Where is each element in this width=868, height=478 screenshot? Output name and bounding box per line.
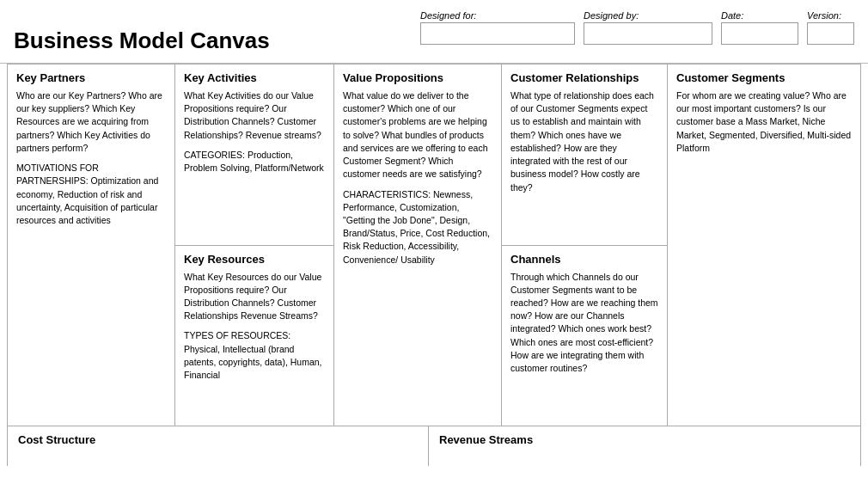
date-label: Date: [721, 10, 798, 21]
date-field: Date: [721, 10, 798, 45]
key-activities-section: Key Activities What Key Activities do ou… [175, 64, 333, 246]
key-activities-resources-column: Key Activities What Key Activities do ou… [175, 64, 334, 426]
date-input[interactable] [721, 22, 798, 45]
channels-title: Channels [510, 253, 658, 266]
key-partners-title: Key Partners [16, 71, 166, 84]
canvas-main-row: Key Partners Who are our Key Partners? W… [8, 64, 860, 426]
designed-for-field: Designed for: [420, 10, 575, 45]
key-resources-text1: What Key Resources do our Value Proposit… [184, 271, 325, 323]
key-activities-title: Key Activities [184, 71, 325, 84]
cost-structure-title: Cost Structure [18, 433, 418, 446]
cost-structure-section: Cost Structure [8, 426, 429, 466]
customer-relationships-section: Customer Relationships What type of rela… [502, 64, 667, 246]
channels-text1: Through which Channels do our Customer S… [510, 271, 658, 376]
version-label: Version: [807, 10, 854, 21]
key-partners-text2: MOTIVATIONS FOR PARTNERSHIPS: Optimizati… [16, 162, 166, 227]
value-propositions-text1: What value do we deliver to the customer… [343, 89, 492, 181]
designed-for-label: Designed for: [420, 10, 575, 21]
key-resources-text2: TYPES OF RESOURCES: Physical, Intellectu… [184, 329, 325, 382]
value-propositions-column: Value Propositions What value do we deli… [334, 64, 502, 426]
version-field: Version: [807, 10, 854, 45]
revenue-streams-title: Revenue Streams [439, 433, 850, 446]
page-title: Business Model Canvas [14, 28, 270, 54]
title-block: Business Model Canvas [14, 10, 270, 54]
designed-by-label: Designed by: [584, 10, 712, 21]
designed-by-input[interactable] [584, 22, 712, 45]
canvas-container: Key Partners Who are our Key Partners? W… [7, 64, 861, 466]
designed-for-input[interactable] [420, 22, 575, 45]
key-activities-text2: CATEGORIES: Production, Problem Solving,… [184, 149, 325, 175]
revenue-streams-section: Revenue Streams [429, 426, 860, 466]
key-resources-title: Key Resources [184, 253, 325, 266]
customer-rel-channels-column: Customer Relationships What type of rela… [502, 64, 668, 426]
channels-section: Channels Through which Channels do our C… [502, 246, 667, 426]
value-propositions-text2: CHARACTERISTICS: Newness, Performance, C… [343, 188, 492, 267]
customer-segments-title: Customer Segments [676, 71, 852, 84]
version-input[interactable] [807, 22, 854, 45]
value-propositions-title: Value Propositions [343, 71, 492, 84]
header: Business Model Canvas Designed for: Desi… [0, 0, 868, 64]
customer-segments-column: Customer Segments For whom are we creati… [668, 64, 860, 426]
canvas-footer-row: Cost Structure Revenue Streams [8, 426, 860, 466]
designed-by-field: Designed by: [584, 10, 712, 45]
key-partners-text1: Who are our Key Partners? Who are our ke… [16, 89, 166, 155]
key-resources-section: Key Resources What Key Resources do our … [175, 246, 333, 426]
customer-segments-text1: For whom are we creating value? Who are … [676, 89, 852, 155]
key-partners-column: Key Partners Who are our Key Partners? W… [8, 64, 175, 426]
customer-relationships-text1: What type of relationship does each of o… [510, 89, 658, 194]
meta-fields: Designed for: Designed by: Date: Version… [420, 10, 854, 45]
customer-relationships-title: Customer Relationships [510, 71, 658, 84]
key-activities-text1: What Key Activities do our Value Proposi… [184, 89, 325, 142]
